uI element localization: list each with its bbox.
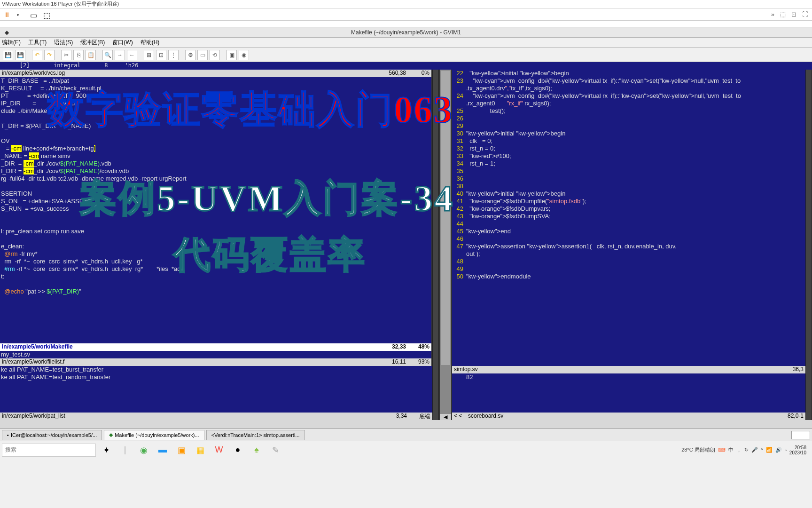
code-line[interactable]: T_DIR_BASE = ../tb/pat [0,77,431,85]
tb-icon-g[interactable]: ▣ [226,50,237,60]
code-line[interactable]: _NAME = -cm name simv [0,152,431,160]
code-line[interactable]: 38 [452,183,805,190]
code-line[interactable]: @echo "pat >> $(PAT_DIR)" [0,288,431,295]
task-verdi[interactable]: <Verdi:nTraceMain:1> simtop.asserti... [206,430,305,440]
code-line[interactable]: 35 [452,167,805,175]
app-7[interactable]: ♠ [248,443,265,457]
menu-tools[interactable]: 工具(T) [28,39,47,47]
menu-syntax[interactable]: 语法(S) [54,39,73,47]
menu-help[interactable]: 帮助(H) [141,39,160,47]
code-line[interactable]: 22 "kw-yellow">initial "kw-yellow">begin [452,70,805,77]
tray-punct[interactable]: ， [736,446,742,453]
code-line[interactable]: 41 "kw-orange">$fsdbDumpfile("simtop.fsd… [452,198,805,205]
vm-right-icon-4[interactable]: ⛶ [802,11,808,18]
code-line[interactable]: 49 [452,265,805,273]
tb-icon-b[interactable]: ⊡ [156,50,166,60]
app-wps[interactable]: W [211,443,227,457]
right-scrollbar[interactable] [805,70,812,366]
vm-right-icon-1[interactable]: » [771,11,774,18]
tb-icon-h[interactable]: ◉ [239,50,249,60]
app-files[interactable]: ▬ [154,443,171,457]
clock-time[interactable]: 20:58 [789,445,806,450]
code-line[interactable]: my_test.sv [0,351,431,358]
code-line[interactable]: 26 [452,115,805,122]
code-line[interactable]: .tx_agent0.drv","tx_if",tx_sigs0); [452,85,805,92]
code-line[interactable]: 33 "kw-red">#100; [452,152,805,160]
search-input[interactable]: 搜索 [2,444,96,457]
app-6[interactable]: ● [229,443,246,457]
undo-icon[interactable]: ↶ [32,50,42,60]
tb-icon-f[interactable]: ⟲ [210,50,220,60]
tray-vol[interactable]: 🔊 [775,447,782,453]
redo-icon[interactable]: ↷ [44,50,55,60]
code-line[interactable]: 50"kw-yellow">endmodule [452,273,805,280]
app-browser[interactable]: ◉ [135,443,152,457]
app-8[interactable]: ✎ [267,443,284,457]
task-gvim[interactable]: ◆ Makefile (~/douyin/example5/work)... [104,430,204,440]
tray-sync[interactable]: ↻ [744,447,749,453]
code-line[interactable]: 82 [452,373,805,381]
menu-window[interactable]: 窗口(W) [112,39,133,47]
save-icon[interactable]: 💾 [3,50,13,60]
weather-text[interactable]: 28°C 局部晴朗 [681,446,715,453]
code-line[interactable]: 34 rst_n = 1; [452,160,805,167]
tray-input[interactable] [791,431,810,439]
code-line[interactable]: 43 "kw-orange">$fsdbDumpSVA; [452,213,805,220]
menu-edit[interactable]: 编辑(E) [2,39,21,47]
tb-icon-c[interactable]: ⋮ [168,50,179,60]
code-line[interactable]: 25 test(); [452,107,805,115]
app-vmware[interactable]: ▣ [173,443,190,457]
find-icon[interactable]: 🔍 [102,50,113,60]
vm-right-icon-2[interactable]: ⬚ [780,11,786,18]
vm-icon-2[interactable]: ▭ [30,11,38,18]
tb-icon-a[interactable]: ⊞ [144,50,154,60]
code-line[interactable]: 42 "kw-orange">$fsdbDumpvars; [452,205,805,213]
code-line[interactable]: 40"kw-yellow">initial "kw-yellow">begin [452,190,805,198]
clock-date[interactable]: 2023/10 [789,450,806,455]
tray-lang[interactable]: 中 [728,446,734,453]
paste-icon[interactable]: 📋 [86,50,96,60]
code-line[interactable]: OV [0,137,431,145]
code-line[interactable]: 46 [452,235,805,243]
vm-icon-3[interactable]: ⬚ [43,11,51,18]
code-line[interactable]: 31 clk = 0; [452,137,805,145]
code-line[interactable]: 44 [452,220,805,228]
tray-ime[interactable]: ⌨ [718,447,726,453]
code-line[interactable]: 36 [452,175,805,183]
app-4[interactable]: ▦ [192,443,209,457]
right-panel[interactable]: 22 "kw-yellow">initial "kw-yellow">begin… [452,70,805,366]
copy-icon[interactable]: ⎘ [73,50,84,60]
code-line[interactable]: 30"kw-yellow">initial "kw-yellow">begin [452,130,805,137]
bottom-right-scrollbar[interactable] [805,366,812,420]
tray-net[interactable]: 📶 [766,447,773,453]
code-line[interactable]: 24 "kw-cyan">uvm_config_db#("kw-yellow">… [452,92,805,100]
saveall-icon[interactable]: 💾 [15,50,25,60]
cut-icon[interactable]: ✂ [61,50,71,60]
findprev-icon[interactable]: ← [127,50,137,60]
app-1[interactable]: ✦ [98,443,115,457]
pause-icon[interactable]: ⏸ [4,11,11,18]
bottom-left-scrollbar[interactable] [432,366,439,420]
task-terminal[interactable]: ▪ ICer@localhost:~/douyin/example5/... [2,430,102,440]
bottom-divider[interactable]: ◀ [439,366,452,420]
vm-icon-1[interactable]: ▫ [17,11,24,18]
code-line[interactable] [0,280,431,288]
findnext-icon[interactable]: → [115,50,125,60]
tb-icon-e[interactable]: ▭ [197,50,208,60]
code-line[interactable]: 45"kw-yellow">end [452,228,805,235]
code-line[interactable]: .rx_agent0 "rx_if" rx_sigs0); [452,100,805,107]
gvim-cmdline[interactable] [0,420,812,429]
code-line[interactable]: out ); [452,250,805,258]
vm-right-icon-3[interactable]: ⊡ [791,11,796,18]
menu-buffers[interactable]: 缓冲区(B) [80,39,105,47]
tray-more[interactable]: ▫ [785,447,787,453]
code-line[interactable]: 48 [452,258,805,265]
code-line[interactable]: 29 [452,122,805,130]
code-line[interactable]: 23 "kw-cyan">uvm_config_db#("kw-yellow">… [452,77,805,85]
tb-icon-d[interactable]: ⚙ [185,50,195,60]
code-line[interactable]: = -cm line+cond+fsm+branch+tgl [0,145,431,152]
code-line[interactable]: _DIR = -cm_dir ./cov/$(PAT_NAME).vdb [0,160,431,167]
tray-up[interactable]: ^ [761,447,763,453]
code-line[interactable]: 47"kw-yellow">assertion "kw-yellow">asse… [452,243,805,250]
code-line[interactable]: ke all PAT_NAME=test_burst_transfer [0,366,432,373]
